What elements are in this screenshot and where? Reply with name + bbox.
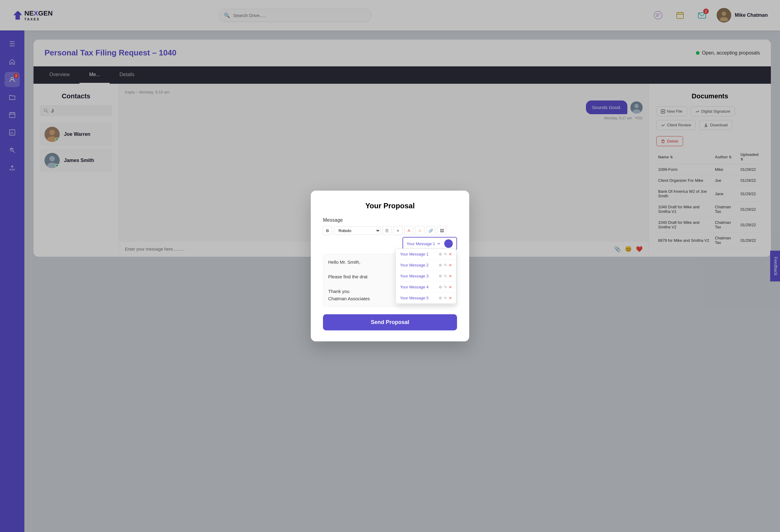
template-edit-icon-2[interactable]: ✎ (444, 263, 447, 267)
image-button[interactable]: 🖼 (437, 226, 446, 235)
template-item-4[interactable]: Your Message 4 ⚙ ✎ ✕ (396, 282, 456, 292)
template-delete-icon-2[interactable]: ✕ (449, 263, 452, 267)
modal-box: Your Proposal Message B Roboto Arial Tim… (311, 191, 469, 341)
template-delete-icon[interactable]: ✕ (449, 252, 452, 256)
modal-overlay[interactable]: Your Proposal Message B Roboto Arial Tim… (0, 0, 780, 532)
template-delete-icon-4[interactable]: ✕ (449, 285, 452, 289)
send-proposal-button[interactable]: Send Proposal (323, 314, 457, 330)
align-left-button[interactable]: ≡ (393, 226, 402, 235)
font-selector[interactable]: Roboto Arial Times New Roman (334, 226, 381, 235)
font-color-button[interactable]: A (404, 226, 413, 235)
bullet-list-button[interactable]: ☰ (382, 226, 392, 235)
template-edit-icon-4[interactable]: ✎ (444, 285, 447, 289)
template-copy-icon-5[interactable]: ⚙ (439, 296, 442, 300)
template-dot (444, 240, 453, 248)
template-item-icons-4: ⚙ ✎ ✕ (439, 285, 452, 289)
template-item-1[interactable]: Your Message 1 ⚙ ✎ ✕ (396, 249, 456, 260)
template-item-3[interactable]: Your Message 3 ⚙ ✎ ✕ (396, 271, 456, 282)
template-edit-icon-3[interactable]: ✎ (444, 274, 447, 278)
template-dropdown[interactable]: Your Message 1 Your Message 1 ⚙ ✎ ✕ You (402, 237, 457, 250)
template-delete-icon-3[interactable]: ✕ (449, 274, 452, 278)
template-copy-icon-2[interactable]: ⚙ (439, 263, 442, 267)
template-copy-icon-3[interactable]: ⚙ (439, 274, 442, 278)
link-button[interactable]: 🔗 (426, 226, 435, 235)
template-item-icons-3: ⚙ ✎ ✕ (439, 274, 452, 278)
template-item-2[interactable]: Your Message 2 ⚙ ✎ ✕ (396, 260, 456, 271)
template-list: Your Message 1 ⚙ ✎ ✕ Your Message 2 ⚙ ✎ … (395, 249, 456, 304)
template-delete-icon-5[interactable]: ✕ (449, 296, 452, 300)
template-selected-label: Your Message 1 (407, 242, 435, 246)
template-copy-icon-4[interactable]: ⚙ (439, 285, 442, 289)
modal-title: Your Proposal (323, 202, 457, 210)
modal-message-label: Message (323, 217, 457, 223)
bold-button[interactable]: B (323, 226, 332, 235)
template-edit-icon[interactable]: ✎ (444, 252, 447, 256)
highlight-button[interactable]: A (415, 226, 425, 235)
chevron-down-icon (437, 242, 441, 246)
template-copy-icon[interactable]: ⚙ (439, 252, 442, 256)
template-edit-icon-5[interactable]: ✎ (444, 296, 447, 300)
template-item-5[interactable]: Your Message 5 ⚙ ✎ ✕ (396, 292, 456, 304)
template-item-icons-2: ⚙ ✎ ✕ (439, 263, 452, 267)
editor-toolbar: B Roboto Arial Times New Roman ☰ ≡ A A 🔗… (323, 226, 457, 250)
template-item-icons-5: ⚙ ✎ ✕ (439, 296, 452, 300)
template-item-icons-1: ⚙ ✎ ✕ (439, 252, 452, 256)
